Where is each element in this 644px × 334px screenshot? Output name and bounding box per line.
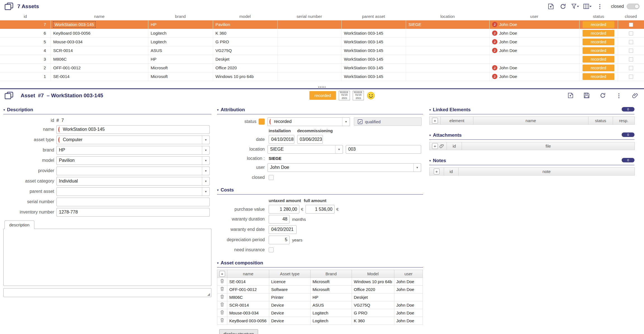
- user-select[interactable]: John Doe▾: [268, 163, 421, 172]
- cell-asset-type[interactable]: Device: [269, 301, 311, 309]
- cell-brand[interactable]: Logitech: [311, 309, 352, 317]
- cell-model[interactable]: Office 2020: [213, 63, 277, 72]
- provider-select[interactable]: ▾: [56, 167, 210, 175]
- chevron-down-icon[interactable]: ▾: [202, 136, 209, 144]
- cell-id[interactable]: 6: [0, 29, 51, 37]
- cell-name[interactable]: SCR-0014: [51, 46, 148, 55]
- closed-checkbox[interactable]: [269, 175, 274, 180]
- cell-asset-type[interactable]: Device: [269, 317, 311, 324]
- cell-model[interactable]: Pavilion: [213, 20, 277, 29]
- cell-location[interactable]: [406, 29, 489, 37]
- table-row[interactable]: 4SCR-0014ASUSVG275QWorkStation 003-145JJ…: [0, 46, 644, 55]
- cell-status[interactable]: recorded: [579, 55, 618, 63]
- column-header-brand[interactable]: brand: [148, 13, 213, 20]
- collapse-icon[interactable]: ▾: [429, 159, 431, 163]
- trash-icon[interactable]: [220, 279, 224, 283]
- cell-user[interactable]: JJohn Doe: [489, 46, 579, 55]
- cell-serial-number[interactable]: [277, 29, 341, 37]
- chevron-down-icon[interactable]: ▾: [202, 188, 209, 196]
- note-add-icon[interactable]: [566, 91, 575, 100]
- cell-closed[interactable]: [618, 63, 644, 72]
- cell-closed[interactable]: [618, 72, 644, 81]
- collapse-icon[interactable]: ▾: [217, 261, 219, 265]
- cell-user[interactable]: JJohn Doe: [489, 29, 579, 37]
- paperclip-icon[interactable]: [631, 91, 640, 100]
- cell-user[interactable]: John Doe: [394, 278, 423, 285]
- brand-select[interactable]: HP▾: [56, 146, 210, 155]
- note-add-icon[interactable]: [546, 2, 555, 11]
- column-header-status[interactable]: status: [579, 13, 618, 20]
- cell-brand[interactable]: Logitech: [148, 29, 213, 37]
- cell-id[interactable]: 1: [0, 72, 51, 81]
- cell-model[interactable]: K 360: [213, 29, 277, 37]
- cell-model[interactable]: K 360: [352, 317, 394, 324]
- table-row[interactable]: 3M806CHPDeskjetWorkStation 003-145record…: [0, 55, 644, 63]
- composition-row[interactable]: OFF-001-0012SoftwareMicrosoftOffice 2020…: [217, 285, 423, 293]
- location-code-input[interactable]: 003: [346, 145, 421, 154]
- cell-brand[interactable]: Logitech: [311, 317, 352, 324]
- cell-status[interactable]: recorded: [579, 46, 618, 55]
- cell-brand[interactable]: Microsoft: [311, 285, 352, 293]
- cell-closed[interactable]: [618, 46, 644, 55]
- cell-serial-number[interactable]: [277, 46, 341, 55]
- table-row[interactable]: 5Mouse-003-034LogitechG PROWorkStation 0…: [0, 37, 644, 46]
- cell-name[interactable]: SCR-0014: [227, 301, 269, 309]
- cell-brand[interactable]: HP: [311, 293, 352, 301]
- cell-status[interactable]: recorded: [579, 20, 618, 29]
- closed-checkbox[interactable]: [629, 49, 633, 53]
- closed-checkbox[interactable]: [629, 23, 633, 27]
- cell-user[interactable]: [394, 293, 423, 301]
- qualified-button[interactable]: qualified: [354, 117, 422, 126]
- cell-name[interactable]: Mouse-003-034: [227, 309, 269, 317]
- cell-serial-number[interactable]: [277, 55, 341, 63]
- cell-asset-type[interactable]: Printer: [269, 293, 311, 301]
- cell-parent-asset[interactable]: WorkStation 003-145: [341, 29, 406, 37]
- asset-category-select[interactable]: Individual▾: [56, 177, 210, 186]
- cell-user[interactable]: John Doe: [394, 285, 423, 293]
- cell-name[interactable]: M806C: [227, 293, 269, 301]
- columns-view-icon[interactable]: [583, 2, 592, 11]
- trash-icon[interactable]: [220, 310, 224, 315]
- purchase-full-input[interactable]: 1 536,00: [306, 205, 335, 214]
- save-icon[interactable]: [582, 91, 591, 100]
- cell-asset-type[interactable]: Software: [269, 285, 311, 293]
- chevron-down-icon[interactable]: ▾: [202, 146, 209, 154]
- add-note-button[interactable]: +: [434, 169, 440, 174]
- display-structure-button[interactable]: display structure: [219, 329, 258, 334]
- closed-checkbox[interactable]: [629, 66, 633, 70]
- cell-name[interactable]: SE-0014: [51, 72, 148, 81]
- add-row-button[interactable]: +: [219, 271, 225, 277]
- closed-checkbox[interactable]: [629, 31, 633, 35]
- cell-brand[interactable]: ASUS: [311, 301, 352, 309]
- cell-closed[interactable]: [618, 29, 644, 37]
- chevron-down-icon[interactable]: ▾: [202, 177, 209, 185]
- cell-user[interactable]: JJohn Doe: [489, 63, 579, 72]
- collapse-icon[interactable]: ▾: [217, 108, 219, 112]
- cell-parent-asset[interactable]: WorkStation 003-145: [341, 46, 406, 55]
- cell-parent-asset[interactable]: WorkStation 003-145: [341, 37, 406, 46]
- cell-id[interactable]: 7: [0, 20, 51, 29]
- paperclip-icon[interactable]: [440, 144, 444, 148]
- table-row[interactable]: 7WorkStation 003-145HPPavilionSIEGEJJohn…: [0, 20, 644, 29]
- closed-filter-toggle[interactable]: [627, 4, 640, 9]
- cell-model[interactable]: VG275Q: [352, 301, 394, 309]
- cell-user[interactable]: JJohn Doe: [489, 72, 579, 81]
- cell-location[interactable]: SIEGE: [406, 20, 489, 29]
- cell-brand[interactable]: HP: [148, 55, 213, 63]
- cell-brand[interactable]: Microsoft: [311, 278, 352, 285]
- cell-location[interactable]: [406, 37, 489, 46]
- status-select[interactable]: recorded▾: [268, 117, 350, 126]
- cell-parent-asset[interactable]: WorkStation 003-145: [341, 72, 406, 81]
- cell-parent-asset[interactable]: WorkStation 003-145: [341, 63, 406, 72]
- decommissioning-date-input[interactable]: 03/06/2023: [297, 135, 323, 144]
- trash-icon[interactable]: [220, 286, 224, 291]
- closed-checkbox[interactable]: [629, 75, 633, 79]
- column-header-user[interactable]: user: [489, 13, 579, 20]
- chevron-down-icon[interactable]: ▾: [335, 145, 343, 153]
- reload-icon[interactable]: [559, 2, 567, 11]
- cell-status[interactable]: recorded: [579, 72, 618, 81]
- cell-asset-type[interactable]: Device: [269, 309, 311, 317]
- chevron-down-icon[interactable]: ▾: [342, 118, 350, 126]
- trash-icon[interactable]: [220, 302, 224, 307]
- cell-model[interactable]: Office 2020: [352, 285, 394, 293]
